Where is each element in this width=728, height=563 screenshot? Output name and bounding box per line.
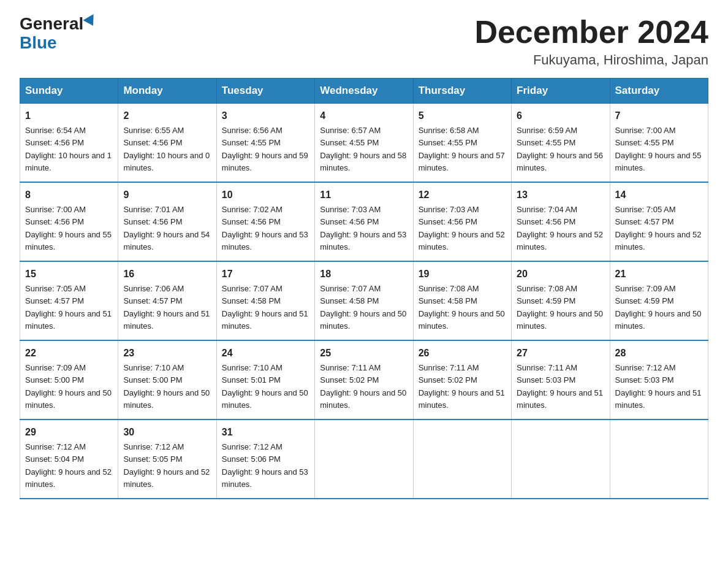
day-number: 29 bbox=[25, 425, 113, 440]
day-number: 14 bbox=[615, 188, 703, 202]
day-cell: 1Sunrise: 6:54 AMSunset: 4:56 PMDaylight… bbox=[20, 104, 118, 183]
day-number: 1 bbox=[25, 109, 113, 123]
day-info: Sunrise: 7:09 AMSunset: 4:59 PMDaylight:… bbox=[615, 284, 702, 331]
day-number: 8 bbox=[25, 188, 113, 202]
day-number: 6 bbox=[517, 109, 604, 123]
day-number: 7 bbox=[615, 109, 703, 123]
day-cell: 26Sunrise: 7:11 AMSunset: 5:02 PMDayligh… bbox=[413, 340, 511, 419]
day-info: Sunrise: 7:10 AMSunset: 5:01 PMDaylight:… bbox=[222, 363, 308, 410]
day-cell bbox=[413, 419, 511, 499]
day-info: Sunrise: 7:06 AMSunset: 4:57 PMDaylight:… bbox=[123, 284, 210, 331]
logo-blue: Blue bbox=[20, 34, 57, 53]
week-row-2: 8Sunrise: 7:00 AMSunset: 4:56 PMDaylight… bbox=[20, 182, 708, 261]
day-info: Sunrise: 7:03 AMSunset: 4:56 PMDaylight:… bbox=[419, 205, 505, 251]
day-info: Sunrise: 7:03 AMSunset: 4:56 PMDaylight:… bbox=[320, 205, 406, 251]
title-block: December 2024 Fukuyama, Hiroshima, Japan bbox=[474, 15, 708, 68]
day-number: 9 bbox=[123, 188, 211, 202]
logo-general: General bbox=[20, 15, 83, 34]
day-number: 12 bbox=[419, 188, 506, 202]
day-number: 4 bbox=[320, 109, 408, 123]
day-cell: 16Sunrise: 7:06 AMSunset: 4:57 PMDayligh… bbox=[118, 261, 216, 340]
day-cell: 6Sunrise: 6:59 AMSunset: 4:55 PMDaylight… bbox=[512, 104, 610, 183]
day-info: Sunrise: 7:05 AMSunset: 4:57 PMDaylight:… bbox=[25, 284, 112, 331]
day-cell: 18Sunrise: 7:07 AMSunset: 4:58 PMDayligh… bbox=[315, 261, 413, 340]
header-wednesday: Wednesday bbox=[315, 79, 413, 104]
day-info: Sunrise: 7:00 AMSunset: 4:55 PMDaylight:… bbox=[615, 126, 702, 172]
day-cell bbox=[610, 419, 708, 499]
page-header: General Blue December 2024 Fukuyama, Hir… bbox=[20, 15, 708, 68]
header-friday: Friday bbox=[512, 79, 610, 104]
day-number: 24 bbox=[222, 346, 309, 361]
day-cell: 27Sunrise: 7:11 AMSunset: 5:03 PMDayligh… bbox=[512, 340, 610, 419]
calendar-table: SundayMondayTuesdayWednesdayThursdayFrid… bbox=[20, 78, 708, 499]
day-cell: 3Sunrise: 6:56 AMSunset: 4:55 PMDaylight… bbox=[216, 104, 314, 183]
day-info: Sunrise: 7:05 AMSunset: 4:57 PMDaylight:… bbox=[615, 205, 702, 251]
day-info: Sunrise: 6:59 AMSunset: 4:55 PMDaylight:… bbox=[517, 126, 603, 172]
day-cell: 24Sunrise: 7:10 AMSunset: 5:01 PMDayligh… bbox=[216, 340, 314, 419]
day-number: 15 bbox=[25, 267, 113, 282]
day-info: Sunrise: 7:01 AMSunset: 4:56 PMDaylight:… bbox=[123, 205, 210, 251]
week-row-1: 1Sunrise: 6:54 AMSunset: 4:56 PMDaylight… bbox=[20, 104, 708, 183]
day-cell: 2Sunrise: 6:55 AMSunset: 4:56 PMDaylight… bbox=[118, 104, 216, 183]
day-cell: 25Sunrise: 7:11 AMSunset: 5:02 PMDayligh… bbox=[315, 340, 413, 419]
day-info: Sunrise: 7:11 AMSunset: 5:03 PMDaylight:… bbox=[517, 363, 603, 410]
day-info: Sunrise: 7:11 AMSunset: 5:02 PMDaylight:… bbox=[419, 363, 505, 410]
day-cell: 8Sunrise: 7:00 AMSunset: 4:56 PMDaylight… bbox=[20, 182, 118, 261]
day-cell: 31Sunrise: 7:12 AMSunset: 5:06 PMDayligh… bbox=[216, 419, 314, 499]
day-cell: 13Sunrise: 7:04 AMSunset: 4:56 PMDayligh… bbox=[512, 182, 610, 261]
day-cell bbox=[315, 419, 413, 499]
header-sunday: Sunday bbox=[20, 79, 118, 104]
day-info: Sunrise: 6:56 AMSunset: 4:55 PMDaylight:… bbox=[222, 126, 308, 172]
day-info: Sunrise: 7:08 AMSunset: 4:58 PMDaylight:… bbox=[419, 284, 505, 331]
day-cell: 20Sunrise: 7:08 AMSunset: 4:59 PMDayligh… bbox=[512, 261, 610, 340]
day-info: Sunrise: 7:09 AMSunset: 5:00 PMDaylight:… bbox=[25, 363, 112, 410]
day-number: 23 bbox=[123, 346, 211, 361]
day-number: 20 bbox=[517, 267, 604, 282]
day-number: 26 bbox=[419, 346, 506, 361]
day-cell: 23Sunrise: 7:10 AMSunset: 5:00 PMDayligh… bbox=[118, 340, 216, 419]
day-cell: 29Sunrise: 7:12 AMSunset: 5:04 PMDayligh… bbox=[20, 419, 118, 499]
day-number: 16 bbox=[123, 267, 211, 282]
week-row-5: 29Sunrise: 7:12 AMSunset: 5:04 PMDayligh… bbox=[20, 419, 708, 499]
day-number: 17 bbox=[222, 267, 309, 282]
day-number: 28 bbox=[615, 346, 703, 361]
header-tuesday: Tuesday bbox=[216, 79, 314, 104]
day-number: 19 bbox=[419, 267, 506, 282]
day-number: 21 bbox=[615, 267, 703, 282]
day-info: Sunrise: 7:12 AMSunset: 5:03 PMDaylight:… bbox=[615, 363, 702, 410]
day-cell: 11Sunrise: 7:03 AMSunset: 4:56 PMDayligh… bbox=[315, 182, 413, 261]
day-cell: 7Sunrise: 7:00 AMSunset: 4:55 PMDaylight… bbox=[610, 104, 708, 183]
logo-triangle-icon bbox=[83, 14, 99, 29]
day-info: Sunrise: 7:11 AMSunset: 5:02 PMDaylight:… bbox=[320, 363, 406, 410]
day-number: 31 bbox=[222, 425, 309, 440]
day-info: Sunrise: 7:02 AMSunset: 4:56 PMDaylight:… bbox=[222, 205, 308, 251]
day-cell: 10Sunrise: 7:02 AMSunset: 4:56 PMDayligh… bbox=[216, 182, 314, 261]
day-number: 27 bbox=[517, 346, 604, 361]
day-cell: 30Sunrise: 7:12 AMSunset: 5:05 PMDayligh… bbox=[118, 419, 216, 499]
day-cell: 28Sunrise: 7:12 AMSunset: 5:03 PMDayligh… bbox=[610, 340, 708, 419]
header-monday: Monday bbox=[118, 79, 216, 104]
day-cell: 12Sunrise: 7:03 AMSunset: 4:56 PMDayligh… bbox=[413, 182, 511, 261]
day-number: 10 bbox=[222, 188, 309, 202]
month-title: December 2024 bbox=[474, 15, 708, 50]
day-number: 30 bbox=[123, 425, 211, 440]
day-cell: 17Sunrise: 7:07 AMSunset: 4:58 PMDayligh… bbox=[216, 261, 314, 340]
day-info: Sunrise: 6:57 AMSunset: 4:55 PMDaylight:… bbox=[320, 126, 406, 172]
day-number: 18 bbox=[320, 267, 408, 282]
day-cell: 22Sunrise: 7:09 AMSunset: 5:00 PMDayligh… bbox=[20, 340, 118, 419]
day-cell: 9Sunrise: 7:01 AMSunset: 4:56 PMDaylight… bbox=[118, 182, 216, 261]
day-number: 3 bbox=[222, 109, 309, 123]
day-number: 5 bbox=[419, 109, 506, 123]
day-info: Sunrise: 7:07 AMSunset: 4:58 PMDaylight:… bbox=[320, 284, 406, 331]
day-cell: 14Sunrise: 7:05 AMSunset: 4:57 PMDayligh… bbox=[610, 182, 708, 261]
day-info: Sunrise: 7:00 AMSunset: 4:56 PMDaylight:… bbox=[25, 205, 112, 251]
day-number: 25 bbox=[320, 346, 408, 361]
day-info: Sunrise: 7:12 AMSunset: 5:05 PMDaylight:… bbox=[123, 442, 210, 489]
day-info: Sunrise: 7:07 AMSunset: 4:58 PMDaylight:… bbox=[222, 284, 308, 331]
day-info: Sunrise: 7:12 AMSunset: 5:04 PMDaylight:… bbox=[25, 442, 112, 489]
day-cell: 4Sunrise: 6:57 AMSunset: 4:55 PMDaylight… bbox=[315, 104, 413, 183]
day-cell: 21Sunrise: 7:09 AMSunset: 4:59 PMDayligh… bbox=[610, 261, 708, 340]
day-info: Sunrise: 7:08 AMSunset: 4:59 PMDaylight:… bbox=[517, 284, 603, 331]
logo: General Blue bbox=[20, 15, 97, 53]
day-cell bbox=[512, 419, 610, 499]
